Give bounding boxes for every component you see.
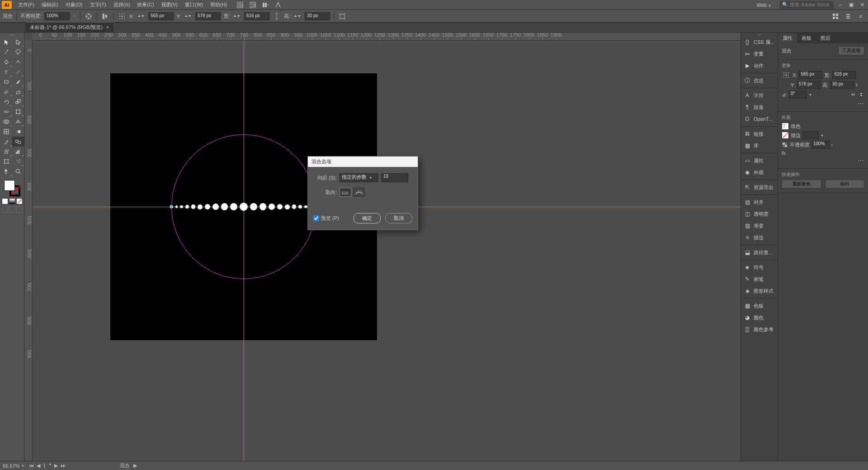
selection-tool[interactable]: [0, 37, 12, 47]
panel-字符[interactable]: A字符: [741, 90, 778, 101]
cancel-button[interactable]: 取消: [385, 213, 412, 223]
artboard-tool[interactable]: [0, 157, 12, 166]
menu-窗口[interactable]: 窗口(W): [181, 0, 207, 9]
opacity-dropdown-icon[interactable]: ›: [72, 14, 76, 18]
stroke-dd-icon[interactable]: ▼: [821, 134, 824, 137]
paintbrush-tool[interactable]: [12, 77, 24, 87]
panel-符号[interactable]: ♣符号: [741, 261, 778, 273]
grid-icon[interactable]: [831, 12, 840, 21]
prop-w-input[interactable]: 616 px: [832, 71, 856, 79]
panel-画笔[interactable]: ✎画笔: [741, 273, 778, 285]
panel-变量[interactable]: ≔变量: [741, 48, 778, 60]
draw-behind[interactable]: [9, 206, 15, 213]
hand-tool[interactable]: [0, 166, 12, 176]
panel-grip[interactable]: ≡≡: [741, 33, 778, 36]
tab-layers[interactable]: 图层: [816, 33, 835, 43]
artboard-number[interactable]: 1: [42, 463, 47, 469]
last-artboard-icon[interactable]: ⏭: [60, 463, 66, 469]
angle-dd-icon[interactable]: ▼: [809, 93, 812, 96]
spacing-select[interactable]: 指定的步数 ▾: [340, 173, 378, 182]
panel-段落[interactable]: ¶段落: [741, 101, 778, 113]
orient-path-button[interactable]: [353, 188, 365, 197]
artboard-dd-icon[interactable]: ▼: [47, 463, 52, 469]
panel-外观[interactable]: ◉外观: [741, 166, 778, 178]
prop-y-input[interactable]: 578 px: [797, 81, 821, 89]
color-mode-none[interactable]: [16, 198, 23, 204]
column-graph-tool[interactable]: [12, 147, 24, 157]
maximize-button[interactable]: ▣: [847, 1, 855, 9]
prop-h-input[interactable]: 30 px: [830, 81, 854, 89]
recolor-button[interactable]: 重新着色: [782, 180, 821, 189]
appearance-more-icon[interactable]: ⋯: [858, 157, 864, 164]
w-input[interactable]: 616 px: [244, 12, 269, 20]
rotate-tool[interactable]: [0, 97, 12, 107]
fill-stroke-swatch[interactable]: [3, 179, 21, 197]
panel-透明度[interactable]: ◫透明度: [741, 208, 778, 220]
scale-tool[interactable]: [12, 97, 24, 107]
perspective-grid-tool[interactable]: [12, 117, 24, 127]
menu-效果[interactable]: 效果(C): [133, 0, 157, 9]
symbol-sprayer-tool[interactable]: [0, 147, 12, 157]
stroke-weight-input[interactable]: [802, 131, 819, 139]
stock-icon[interactable]: St: [249, 1, 257, 9]
panel-路径查...[interactable]: ⬓路径查...: [741, 247, 778, 258]
bridge-icon[interactable]: Br: [236, 1, 244, 9]
menu-文件[interactable]: 文件(F): [14, 0, 38, 9]
zoom-control[interactable]: 66.67% ▼: [3, 463, 24, 469]
horizontal-ruler[interactable]: 0501001502002503003504004505005506006507…: [33, 33, 741, 41]
vertical-ruler[interactable]: 0100200300400500600700800900: [24, 41, 33, 461]
menu-视图[interactable]: 视图(V): [158, 0, 182, 9]
menu-文字[interactable]: 文字(T): [86, 0, 110, 9]
slice-tool[interactable]: [12, 157, 24, 166]
gradient-tool[interactable]: [12, 127, 24, 137]
w-stepper-icon[interactable]: ⏶⏷: [232, 12, 241, 21]
width-tool[interactable]: [0, 107, 12, 117]
menu-选择[interactable]: 选择(S): [110, 0, 134, 9]
curvature-tool[interactable]: [12, 57, 24, 67]
prop-x-input[interactable]: 565 px: [799, 71, 822, 79]
vertical-guide[interactable]: [244, 41, 244, 461]
zoom-tool[interactable]: [12, 166, 24, 176]
x-input[interactable]: 565 px: [148, 12, 174, 20]
align-icon[interactable]: [101, 12, 110, 21]
opacity-input[interactable]: 100%: [44, 12, 70, 20]
tools-grip[interactable]: [3, 33, 21, 36]
panel-CSS 属...[interactable]: {}CSS 属...: [741, 36, 778, 48]
panel-资源导出[interactable]: ⇱资源导出: [741, 181, 778, 193]
stroke-swatch-prop[interactable]: [782, 132, 789, 139]
orient-page-button[interactable]: [340, 188, 351, 197]
link-wh-icon[interactable]: ⦀: [856, 82, 858, 88]
tab-properties[interactable]: 属性: [778, 33, 797, 43]
anchor-left[interactable]: [170, 205, 173, 208]
prev-artboard-icon[interactable]: ◀: [36, 463, 41, 469]
h-stepper-icon[interactable]: ⏶⏷: [293, 12, 302, 21]
flip-h-icon[interactable]: [850, 91, 856, 98]
draw-normal[interactable]: [2, 206, 8, 213]
recolor-icon[interactable]: [84, 12, 93, 21]
tool-options-button[interactable]: 工具选项: [838, 46, 864, 55]
free-transform-tool[interactable]: [12, 107, 24, 117]
line-tool[interactable]: [12, 67, 24, 77]
stock-search-input[interactable]: 🔍搜索 Adobe Stock: [779, 1, 834, 9]
status-tool-dd-icon[interactable]: ▶: [133, 463, 137, 469]
reference-point-icon[interactable]: [118, 12, 127, 21]
workspace-switcher[interactable]: Web ▼: [753, 1, 777, 9]
opacity-input-prop[interactable]: 100%: [811, 141, 830, 149]
close-button[interactable]: ✕: [858, 1, 866, 9]
panel-色板[interactable]: ▦色板: [741, 300, 778, 312]
panel-OpenT...[interactable]: OOpenT...: [741, 113, 778, 125]
fill-swatch-prop[interactable]: ?: [782, 123, 789, 130]
blend-tool[interactable]: [12, 137, 24, 147]
isolate-icon[interactable]: [338, 12, 347, 21]
panel-链接[interactable]: ⌘链接: [741, 128, 778, 140]
close-tab-icon[interactable]: ×: [106, 25, 109, 30]
document-tab[interactable]: 未标题-1* @ 66.67% (RGB/预览) ×: [25, 22, 113, 32]
canvas[interactable]: 0501001502002503003504004505005506006507…: [24, 33, 741, 461]
panel-menu-icon[interactable]: ≡: [856, 12, 865, 21]
x-stepper-icon[interactable]: ⏶⏷: [137, 12, 146, 21]
panel-描边[interactable]: ≡描边: [741, 232, 778, 243]
minimize-button[interactable]: ─: [836, 1, 844, 9]
eraser-tool[interactable]: [12, 87, 24, 97]
spacing-steps-input[interactable]: 10: [381, 173, 408, 182]
panel-库[interactable]: ▦库: [741, 140, 778, 152]
